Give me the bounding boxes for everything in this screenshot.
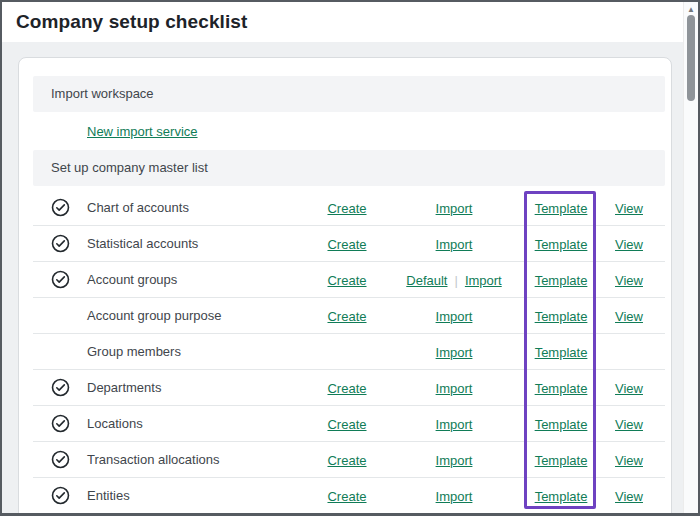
create-cell: Create [315, 235, 379, 253]
template-link[interactable]: Template [535, 237, 588, 252]
import-link[interactable]: Import [436, 381, 473, 396]
create-link[interactable]: Create [327, 453, 366, 468]
checklist-card: Import workspace New import service Set … [18, 57, 672, 513]
import-cell: Import [379, 235, 529, 253]
checklist-row: Account group purpose Create Import Temp… [33, 298, 665, 334]
completed-check-icon [33, 234, 87, 253]
view-cell: View [593, 235, 665, 253]
view-cell: View [593, 379, 665, 397]
completed-check-icon [33, 378, 87, 397]
vertical-scrollbar[interactable]: ▲ [683, 2, 698, 513]
import-link[interactable]: Import [436, 345, 473, 360]
link-separator: | [454, 273, 457, 288]
template-link[interactable]: Template [535, 381, 588, 396]
view-cell: View [593, 487, 665, 505]
checklist-row: Account groups Create Default|Import Tem… [33, 262, 665, 298]
view-link[interactable]: View [615, 417, 643, 432]
view-cell: View [593, 199, 665, 217]
import-link[interactable]: Import [436, 489, 473, 504]
create-link[interactable]: Create [327, 489, 366, 504]
create-cell: Create [315, 451, 379, 469]
import-cell: Import [379, 307, 529, 325]
completed-check-icon [33, 270, 87, 289]
template-link[interactable]: Template [535, 309, 588, 324]
create-cell: Create [315, 487, 379, 505]
create-link[interactable]: Create [327, 417, 366, 432]
view-cell: View [593, 271, 665, 289]
view-link[interactable]: View [615, 489, 643, 504]
checklist-row: Group members Import Template [33, 334, 665, 370]
create-link[interactable]: Create [327, 273, 366, 288]
template-cell: Template [529, 451, 593, 469]
create-cell: Create [315, 307, 379, 325]
create-cell: Create [315, 199, 379, 217]
scrollbar-thumb[interactable] [687, 15, 695, 101]
template-link[interactable]: Template [535, 201, 588, 216]
import-cell: Import [379, 451, 529, 469]
completed-check-icon [33, 486, 87, 505]
import-cell: Default|Import [379, 271, 529, 289]
create-link[interactable]: Create [327, 309, 366, 324]
row-label: Departments [87, 380, 315, 395]
template-cell: Template [529, 379, 593, 397]
import-link[interactable]: Import [436, 417, 473, 432]
completed-check-icon [33, 450, 87, 469]
template-cell: Template [529, 343, 593, 361]
create-cell: Create [315, 415, 379, 433]
checklist-row: Locations Create Import Template View [33, 406, 665, 442]
template-link[interactable]: Template [535, 417, 588, 432]
template-link[interactable]: Template [535, 489, 588, 504]
completed-check-icon [33, 342, 87, 361]
import-cell: Import [379, 199, 529, 217]
row-label: Statistical accounts [87, 236, 315, 251]
checklist-row: Statistical accounts Create Import Templ… [33, 226, 665, 262]
template-cell: Template [529, 415, 593, 433]
template-cell: Template [529, 307, 593, 325]
completed-check-icon [33, 306, 87, 325]
import-link[interactable]: Import [465, 273, 502, 288]
create-link[interactable]: Create [327, 381, 366, 396]
view-link[interactable]: View [615, 309, 643, 324]
row-label: Chart of accounts [87, 200, 315, 215]
create-link[interactable]: Create [327, 237, 366, 252]
import-cell: Import [379, 487, 529, 505]
row-label: Transaction allocations [87, 452, 315, 467]
import-link[interactable]: Import [436, 453, 473, 468]
row-label: Account groups [87, 272, 315, 287]
page-title: Company setup checklist [16, 11, 247, 33]
template-cell: Template [529, 271, 593, 289]
row-label: Group members [87, 344, 315, 359]
import-cell: Import [379, 415, 529, 433]
view-link[interactable]: View [615, 453, 643, 468]
default-link[interactable]: Default [406, 273, 447, 288]
content-area: Import workspace New import service Set … [2, 42, 698, 513]
template-cell: Template [529, 199, 593, 217]
view-link[interactable]: View [615, 201, 643, 216]
section-header-master-list: Set up company master list [33, 150, 665, 186]
checklist-row: Departments Create Import Template View [33, 370, 665, 406]
import-link[interactable]: Import [436, 237, 473, 252]
create-cell: Create [315, 271, 379, 289]
row-label: Account group purpose [87, 308, 315, 323]
company-setup-checklist-window: Company setup checklist Import workspace… [0, 0, 700, 516]
view-link[interactable]: View [615, 381, 643, 396]
section-header-import-workspace: Import workspace [33, 76, 665, 112]
view-link[interactable]: View [615, 273, 643, 288]
import-link[interactable]: Import [436, 201, 473, 216]
view-cell: View [593, 415, 665, 433]
import-link[interactable]: Import [436, 309, 473, 324]
new-import-service-link[interactable]: New import service [87, 124, 198, 139]
titlebar: Company setup checklist [2, 2, 698, 42]
template-link[interactable]: Template [535, 453, 588, 468]
template-link[interactable]: Template [535, 273, 588, 288]
create-cell: Create [315, 379, 379, 397]
row-label: Entities [87, 488, 315, 503]
view-link[interactable]: View [615, 237, 643, 252]
template-cell: Template [529, 235, 593, 253]
checklist-row: Chart of accounts Create Import Template… [33, 190, 665, 226]
import-workspace-actions: New import service [33, 112, 665, 150]
template-link[interactable]: Template [535, 345, 588, 360]
create-link[interactable]: Create [327, 201, 366, 216]
scrollbar-up-arrow-icon[interactable]: ▲ [684, 5, 698, 15]
completed-check-icon [33, 198, 87, 217]
